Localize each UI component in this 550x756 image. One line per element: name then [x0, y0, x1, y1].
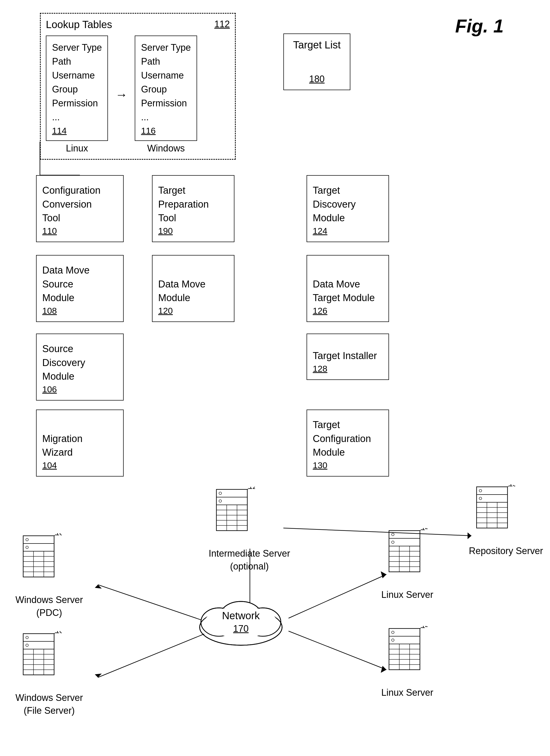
svg-point-34 [26, 538, 28, 541]
repository-server-label: Repository Server [469, 545, 543, 557]
source-discovery-box: SourceDiscoveryModule106 [36, 334, 124, 401]
data-move-source-text: Data MoveSourceModule [42, 264, 90, 305]
windows-label: Windows [135, 143, 197, 154]
data-move-module-text: Data MoveModule [158, 277, 206, 305]
target-configuration-box: TargetConfigurationModule130 [307, 410, 389, 477]
target-list-ref: 180 [309, 74, 325, 84]
lookup-tables-group: Lookup Tables 112 Server TypePathUsernam… [40, 13, 236, 160]
target-preparation-ref: 190 [158, 226, 173, 236]
target-list-box: Target List 180 [283, 33, 350, 90]
svg-point-63 [219, 500, 222, 502]
svg-rect-27 [23, 551, 54, 577]
migration-wizard-box: MigrationWizard104 [36, 410, 124, 477]
svg-rect-26 [23, 543, 54, 551]
server-icon-140: 140 [381, 528, 428, 585]
svg-point-35 [26, 546, 28, 549]
svg-point-90 [392, 631, 394, 634]
linux-lookup-fields: Server TypePathUsernameGroupPermission..… [52, 41, 102, 124]
svg-point-105 [479, 497, 482, 500]
lookup-tables-title: Lookup Tables [46, 19, 112, 30]
svg-rect-55 [216, 505, 247, 531]
svg-marker-4 [95, 585, 102, 589]
target-preparation-box: TargetPreparationTool190 [152, 175, 234, 242]
svg-line-11 [283, 528, 471, 536]
svg-rect-97 [477, 502, 507, 528]
svg-point-48 [26, 636, 28, 639]
linux-server-140-label: Linux Server [381, 588, 433, 601]
svg-text:142: 142 [421, 626, 428, 630]
data-move-source-ref: 108 [42, 306, 57, 316]
svg-line-9 [289, 631, 386, 670]
target-installer-ref: 128 [313, 364, 327, 374]
svg-text:102: 102 [55, 631, 62, 635]
source-discovery-text: SourceDiscoveryModule [42, 342, 85, 383]
windows-server-file: 102 Windows Server(File Server) [15, 631, 83, 717]
svg-rect-81 [389, 628, 420, 636]
svg-rect-83 [389, 644, 420, 670]
svg-rect-25 [23, 536, 54, 543]
target-configuration-ref: 130 [313, 460, 327, 470]
svg-text:150: 150 [509, 484, 515, 488]
migration-wizard-text: MigrationWizard [42, 432, 82, 459]
data-move-source-box: Data MoveSourceModule108 [36, 255, 124, 322]
target-list-title: Target List [293, 39, 341, 51]
server-icon-100: 100 [15, 533, 62, 590]
svg-rect-96 [477, 495, 507, 502]
target-preparation-text: TargetPreparationTool [158, 184, 209, 225]
linux-server-140: 140 Linux Server [381, 528, 433, 601]
config-conversion-ref: 110 [42, 226, 57, 236]
source-discovery-ref: 106 [42, 384, 57, 394]
data-move-target-box: Data MoveTarget Module126 [307, 255, 389, 322]
svg-point-62 [219, 492, 222, 495]
windows-lookup-box: Server TypePathUsernameGroupPermission..… [135, 36, 197, 141]
svg-text:140: 140 [421, 528, 428, 532]
svg-rect-41 [23, 649, 54, 675]
svg-line-7 [289, 574, 386, 618]
server-icon-122: 122 [209, 487, 255, 543]
svg-rect-39 [23, 634, 54, 641]
svg-point-76 [392, 533, 394, 536]
linux-server-142-label: Linux Server [381, 686, 433, 699]
fig-label: Fig. 1 [455, 15, 504, 37]
network-ref: 170 [193, 623, 289, 634]
linux-server-142: 142 Linux Server [381, 626, 433, 699]
linux-lookup-box: Server TypePathUsernameGroupPermission..… [46, 36, 108, 141]
svg-text:100: 100 [55, 533, 62, 537]
svg-rect-68 [389, 538, 420, 546]
target-configuration-text: TargetConfigurationModule [313, 418, 371, 459]
config-conversion-box: ConfigurationConversionTool110 [36, 175, 124, 242]
target-discovery-box: TargetDiscoveryModule124 [307, 175, 389, 242]
arrow-linux-to-windows: → [113, 36, 130, 154]
server-icon-150: 150 [469, 484, 515, 541]
network-cloud: Network 170 [193, 590, 289, 654]
network-label: Network [193, 608, 289, 623]
windows-server-pdc: 100 Windows Server(PDC) [15, 533, 83, 619]
target-installer-text: Target Installer [313, 349, 377, 363]
svg-point-91 [392, 639, 394, 641]
data-move-target-ref: 126 [313, 306, 327, 316]
svg-rect-53 [216, 489, 247, 497]
migration-wizard-ref: 104 [42, 460, 57, 470]
svg-point-77 [392, 541, 394, 543]
svg-rect-82 [389, 636, 420, 644]
linux-lookup-ref: 114 [52, 126, 102, 136]
windows-server-pdc-label: Windows Server(PDC) [15, 593, 83, 619]
linux-label: Linux [46, 143, 108, 154]
lookup-tables-ref: 112 [214, 19, 230, 30]
windows-server-file-label: Windows Server(File Server) [15, 691, 83, 717]
repository-server: 150 Repository Server [469, 484, 543, 557]
server-icon-102: 102 [15, 631, 62, 688]
windows-lookup-ref: 116 [141, 126, 191, 136]
windows-lookup-fields: Server TypePathUsernameGroupPermission..… [141, 41, 191, 124]
svg-point-104 [479, 489, 482, 492]
diagram: Fig. 1 Lookup Tables 112 Server TypePath… [0, 0, 550, 756]
svg-rect-54 [216, 497, 247, 505]
svg-rect-67 [389, 531, 420, 538]
intermediate-server-label: Intermediate Server(optional) [209, 547, 290, 573]
target-discovery-text: TargetDiscoveryModule [313, 184, 356, 225]
svg-marker-6 [95, 674, 102, 677]
svg-rect-69 [389, 546, 420, 572]
config-conversion-text: ConfigurationConversionTool [42, 184, 100, 225]
svg-text:122: 122 [249, 487, 255, 490]
data-move-target-text: Data MoveTarget Module [313, 277, 375, 305]
